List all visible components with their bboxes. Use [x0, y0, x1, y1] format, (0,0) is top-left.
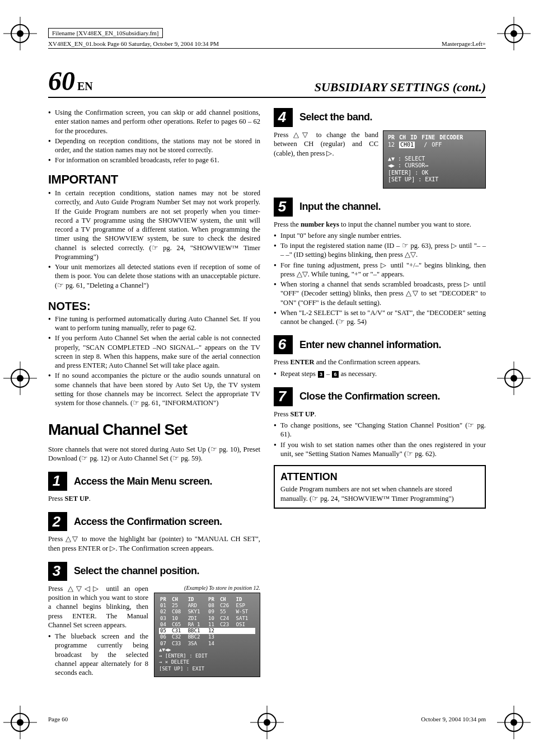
list-item: When storing a channel that sends scramb… [274, 280, 486, 307]
step-1-body: Press SET UP. [48, 494, 260, 503]
step-number-icon: 2 [48, 512, 67, 531]
step-3-header: 3 Select the channel position. [48, 562, 260, 581]
filename-box: Filename [XV48EX_EN_10Subsidiary.fm] [48, 28, 163, 38]
step-2-header: 2 Access the Confirmation screen. [48, 512, 260, 531]
crop-mark-icon [497, 17, 531, 50]
list-item: Depending on reception conditions, the s… [48, 137, 260, 155]
list-item: Input "0" before any single number entri… [274, 231, 486, 240]
intro-bullets: Using the Confirmation screen, you can s… [48, 108, 260, 165]
masterpage-label: Masterpage:Left+ [442, 40, 486, 47]
footer-left: Page 60 [48, 716, 68, 722]
important-heading: IMPORTANT [48, 172, 260, 188]
step-title: Access the Main Menu screen. [74, 475, 212, 488]
list-item: For fine tuning adjustment, press ▷ unti… [274, 261, 486, 279]
section-title: SUBSIDIARY SETTINGS (cont.) [315, 80, 486, 95]
step-1-header: 1 Access the Main Menu screen. [48, 472, 260, 491]
step-5-header: 5 Input the channel. [274, 198, 486, 217]
list-item: Your unit memorizes all detected station… [48, 262, 260, 290]
step-title: Access the Confirmation screen. [74, 515, 222, 528]
step-4-body: Press △▽ to change the band between CH (… [274, 130, 378, 158]
step-number-icon: 6 [274, 335, 293, 354]
step-2-body: Press △▽ to move the highlight bar (poin… [48, 534, 260, 553]
step-4-header: 4 Select the band. [274, 108, 486, 127]
osd-caption: (Example) To store in position 12. [154, 584, 260, 591]
step-number-icon: 1 [48, 472, 67, 491]
crop-mark-icon [3, 17, 37, 50]
attention-box: ATTENTION Guide Program numbers are not … [274, 465, 486, 509]
step-title: Input the channel. [299, 200, 381, 213]
step-number-icon: 7 [274, 387, 293, 406]
step-7-header: 7 Close the Confirmation screen. [274, 387, 486, 406]
page-footer: Page 60 October 9, 2004 10:34 pm [48, 716, 486, 722]
book-page-info: XV48EX_EN_01.book Page 60 Saturday, Octo… [48, 40, 219, 47]
page-number-value: 60 [48, 66, 75, 96]
list-item: For information on scrambled broadcasts,… [48, 156, 260, 165]
page-number: 60EN [48, 68, 93, 95]
step-5-bullets: Input "0" before any single number entri… [274, 231, 486, 327]
notes-heading: NOTES: [48, 299, 260, 313]
crop-mark-icon [3, 706, 37, 739]
list-item: Repeat steps 3 – 6 as necessary. [274, 369, 486, 378]
list-item: If you perform Auto Channel Set when the… [48, 334, 260, 370]
step-number-icon: 3 [48, 562, 67, 581]
list-item: Using the Confirmation screen, you can s… [48, 108, 260, 135]
attention-heading: ATTENTION [280, 471, 479, 483]
crop-mark-icon [250, 706, 284, 739]
step-5-body: Press the number keys to input the chann… [274, 220, 486, 229]
notes-bullets: Fine tuning is performed automatically d… [48, 314, 260, 408]
list-item: To input the registered station name (ID… [274, 241, 486, 260]
list-item: Fine tuning is performed automatically d… [48, 314, 260, 333]
step-6-body: Press ENTER and the Confirmation screen … [274, 358, 486, 367]
step-title: Select the channel position. [74, 565, 199, 577]
header-row: XV48EX_EN_01.book Page 60 Saturday, Octo… [48, 40, 486, 49]
step-number-icon: 5 [274, 198, 293, 217]
left-column: Using the Confirmation screen, you can s… [48, 108, 260, 678]
step-6-header: 6 Enter new channel information. [274, 335, 486, 354]
page-number-suffix: EN [77, 80, 93, 92]
crop-mark-icon [497, 361, 531, 395]
step-7-body: Press SET UP. [274, 410, 486, 419]
list-item: If no sound accompanies the picture or t… [48, 371, 260, 407]
step-title: Close the Confirmation screen. [299, 390, 440, 403]
step-number-icon: 4 [274, 108, 293, 127]
manual-channel-set-heading: Manual Channel Set [48, 420, 260, 440]
step-3-body: Press △▽◁▷ until an open position in whi… [48, 584, 148, 630]
step-title: Select the band. [299, 111, 372, 124]
footer-right: October 9, 2004 10:34 pm [421, 716, 486, 722]
step-title: Enter new channel information. [299, 339, 441, 351]
osd-screen-band-select: PRCHIDFINEDECODER12CH01/OFF▲▼ : SELECT◀▶… [383, 130, 486, 189]
list-item: In certain reception conditions, station… [48, 189, 260, 261]
right-column: 4 Select the band. PRCHIDFINEDECODER12CH… [274, 108, 486, 678]
step-6-bullets: Repeat steps 3 – 6 as necessary. [274, 369, 486, 378]
crop-mark-icon [497, 706, 531, 739]
list-item: To change positions, see "Changing Stati… [274, 421, 486, 439]
important-bullets: In certain reception conditions, station… [48, 189, 260, 290]
osd-screen-manual-set: PRCHIDPRCHID0125ARD08C26ESP02C08SKY10955… [154, 593, 260, 677]
crop-mark-icon [3, 361, 37, 395]
step-7-bullets: To change positions, see "Changing Stati… [274, 421, 486, 458]
manual-intro: Store channels that were not stored duri… [48, 445, 260, 463]
step-3-bullets: The blueback screen and the programme cu… [48, 632, 148, 677]
attention-body: Guide Program numbers are not set when c… [280, 485, 479, 503]
list-item: When "L-2 SELECT" is set to "A/V" or "SA… [274, 308, 486, 327]
list-item: The blueback screen and the programme cu… [48, 632, 148, 677]
list-item: If you wish to set station names other t… [274, 440, 486, 459]
page-title-bar: 60EN SUBSIDIARY SETTINGS (cont.) [48, 68, 486, 98]
